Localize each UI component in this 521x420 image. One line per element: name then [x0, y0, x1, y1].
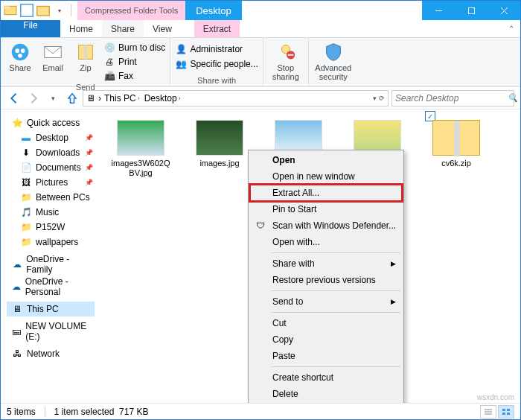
folder-icon: 📁: [20, 221, 32, 233]
status-item-count: 5 items: [7, 407, 36, 417]
zip-icon: [74, 41, 97, 63]
music-icon: 🎵: [20, 206, 32, 218]
tab-file[interactable]: File: [1, 20, 60, 37]
watermark: wsxdn.com: [477, 393, 514, 401]
ctx-cut[interactable]: Cut: [250, 315, 402, 331]
group-sharewith-label: Share with: [175, 76, 258, 86]
ctx-scan-defender[interactable]: 🛡Scan with Windows Defender...: [250, 217, 402, 234]
maximize-button[interactable]: [455, 1, 488, 20]
qat-new-folder-icon[interactable]: [35, 2, 51, 19]
separator: [271, 290, 400, 291]
search-input[interactable]: [395, 93, 508, 104]
view-thumbnails-button[interactable]: [498, 405, 514, 419]
ctx-share-with[interactable]: Share with▶: [250, 255, 402, 272]
tab-extract[interactable]: Extract: [194, 20, 240, 37]
nav-documents[interactable]: 📄Documents📌: [7, 160, 95, 175]
window-title: Desktop: [185, 1, 242, 20]
ctx-paste[interactable]: Paste: [250, 348, 402, 364]
svg-point-8: [12, 44, 29, 61]
email-icon: [42, 41, 64, 63]
svg-rect-22: [507, 409, 510, 411]
qat-dropdown-icon[interactable]: ▾: [51, 2, 68, 19]
zip-button[interactable]: Zip: [71, 39, 100, 83]
qat-properties-icon[interactable]: [19, 2, 35, 19]
fax-button[interactable]: 📠Fax: [103, 69, 165, 83]
crumb-thispc[interactable]: This PC›: [103, 93, 141, 104]
separator: [271, 366, 400, 367]
share-button[interactable]: Share: [5, 39, 35, 83]
minimize-button[interactable]: [422, 1, 455, 20]
nav-onedrive-personal[interactable]: ☁OneDrive - Personal: [7, 279, 95, 294]
stop-sharing-button[interactable]: Stop sharing: [268, 39, 304, 81]
group-send-label: Send: [5, 83, 165, 93]
thumbnail: [196, 120, 243, 156]
tab-view[interactable]: View: [144, 20, 181, 37]
ctx-send-to[interactable]: Send to▶: [250, 293, 402, 310]
share-specific-people[interactable]: 👥Specific people...: [175, 57, 258, 71]
nav-new-volume[interactable]: 🖴NEW VOLUME (E:): [7, 324, 95, 339]
svg-rect-23: [502, 413, 505, 415]
print-button[interactable]: 🖨Print: [103, 55, 165, 69]
share-icon: [9, 41, 31, 63]
email-button[interactable]: Email: [38, 39, 68, 83]
defender-icon: 🛡: [255, 220, 266, 232]
stop-sharing-icon: [275, 41, 297, 63]
svg-rect-1: [4, 6, 10, 8]
nav-music[interactable]: 🎵Music: [7, 205, 95, 220]
advanced-security-button[interactable]: Advanced security: [313, 39, 354, 81]
nav-downloads[interactable]: ⬇Downloads📌: [7, 145, 95, 160]
ribbon-collapse-icon[interactable]: ⌃: [508, 25, 514, 33]
ctx-create-shortcut[interactable]: Create shortcut: [250, 369, 402, 386]
svg-rect-5: [468, 7, 474, 13]
title-bar: ▾ Compressed Folder Tools Desktop: [1, 1, 520, 20]
view-details-button[interactable]: [480, 405, 496, 419]
svg-rect-14: [84, 45, 87, 60]
tab-share[interactable]: Share: [102, 20, 144, 37]
users-icon: 👥: [175, 58, 187, 70]
share-administrator[interactable]: 👤Administrator: [175, 42, 258, 56]
ctx-extract-all[interactable]: Extract All...: [250, 185, 402, 201]
ctx-open-new-window[interactable]: Open in new window: [250, 168, 402, 185]
disc-icon: 💿: [103, 42, 115, 54]
pin-icon: 📌: [85, 179, 93, 186]
ctx-pin-to-start[interactable]: Pin to Start: [250, 201, 402, 217]
chevron-right-icon: ▶: [391, 260, 396, 267]
ctx-copy[interactable]: Copy: [250, 331, 402, 348]
nav-onedrive-family[interactable]: ☁OneDrive - Family: [7, 257, 95, 272]
separator: [271, 312, 400, 313]
nav-pictures[interactable]: 🖼Pictures📌: [7, 175, 95, 190]
pin-icon: 📌: [85, 134, 93, 141]
network-icon: 🖧: [11, 348, 23, 360]
svg-point-11: [18, 54, 22, 58]
file-item-selected[interactable]: ✓ cv6k.zip: [426, 120, 486, 168]
nav-quick-access[interactable]: ⭐Quick access: [7, 115, 95, 130]
folder-icon: 📁: [20, 191, 32, 203]
search-box[interactable]: 🔍: [391, 90, 514, 106]
ctx-open-with[interactable]: Open with...: [250, 234, 402, 250]
ctx-open[interactable]: Open: [250, 152, 402, 168]
ctx-delete[interactable]: Delete: [250, 386, 402, 402]
ctx-restore-versions[interactable]: Restore previous versions: [250, 272, 402, 288]
star-icon: ⭐: [11, 117, 23, 129]
onedrive-icon: ☁: [11, 281, 22, 293]
file-item[interactable]: images.jpg: [190, 120, 249, 168]
contextual-tab-label: Compressed Folder Tools: [77, 1, 185, 20]
refresh-button[interactable]: ▾ ⟳: [373, 95, 385, 102]
nav-between-pcs[interactable]: 📁Between PCs: [7, 190, 95, 205]
zip-thumbnail: [432, 120, 480, 156]
burn-button[interactable]: 💿Burn to disc: [103, 41, 165, 54]
crumb-desktop[interactable]: Desktop›: [143, 93, 182, 104]
close-button[interactable]: [488, 1, 520, 20]
svg-rect-24: [507, 413, 510, 415]
nav-p152w[interactable]: 📁P152W: [7, 220, 95, 235]
nav-desktop[interactable]: ▬Desktop📌: [7, 130, 95, 145]
tab-home[interactable]: Home: [60, 20, 102, 37]
context-menu: Open Open in new window Extract All... P…: [248, 150, 404, 420]
nav-network[interactable]: 🖧Network: [7, 346, 95, 361]
file-item[interactable]: images3W602QBV.jpg: [111, 120, 170, 178]
shield-icon: [322, 41, 345, 63]
nav-wallpapers[interactable]: 📁wallpapers: [7, 235, 95, 249]
nav-this-pc[interactable]: 🖥This PC: [7, 302, 95, 316]
separator: [271, 252, 400, 253]
user-icon: 👤: [175, 43, 187, 55]
